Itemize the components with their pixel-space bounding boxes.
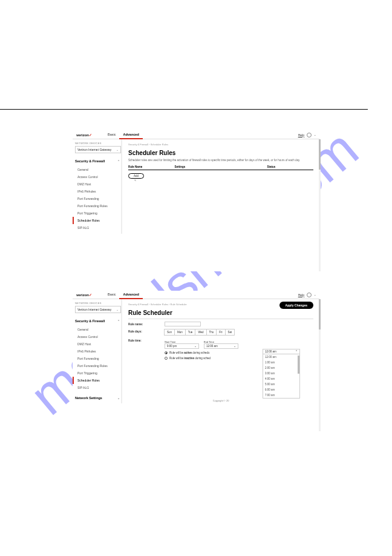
sidebar-device-label: NETWORK DEVICES [75, 142, 121, 145]
tab-advanced[interactable]: Advanced [119, 291, 142, 299]
chevron-down-icon: ⌄ [116, 148, 119, 151]
scrollbar-thumb[interactable] [319, 139, 321, 170]
sidebar: NETWORK DEVICES Verizon Internet Gateway… [73, 299, 122, 403]
topbar-right: Help ⌄ [298, 133, 316, 137]
sidebar-item-scheduler-rules[interactable]: Scheduler Rules [73, 377, 121, 384]
th-rule-name: Rule Name [128, 165, 175, 168]
page-desc: Scheduler rules are used for limiting th… [128, 159, 313, 162]
radio-icon [165, 357, 168, 360]
day-fri[interactable]: Fri [216, 329, 225, 336]
sidebar-item-sip-alg[interactable]: SIP ALG [75, 224, 121, 231]
sidebar-section-network[interactable]: Network Settings⌄ [75, 395, 121, 401]
dropdown-scrollbar[interactable] [298, 356, 299, 374]
sidebar-item-port-forwarding[interactable]: Port Forwarding [75, 195, 121, 202]
day-mon[interactable]: Mon [174, 329, 186, 336]
sidebar-item-port-triggering[interactable]: Port Triggering [75, 210, 121, 217]
scrollbar[interactable] [319, 299, 321, 431]
radio-inactive-label: Rule will be inactive during sched [169, 357, 211, 360]
sidebar-item-port-forwarding[interactable]: Port Forwarding [75, 355, 121, 362]
logo: verizon✓ [76, 133, 92, 137]
topbar: verizon✓ Basic Advanced Help ⌄ [73, 131, 319, 139]
apply-changes-button[interactable]: Apply Changes [279, 302, 313, 309]
label-rule-time: Rule time: [128, 338, 165, 342]
dropdown-option[interactable]: 4:00 am [263, 376, 299, 382]
sidebar-item-general[interactable]: General [75, 326, 121, 333]
dropdown-option[interactable]: 2:00 am [263, 365, 299, 371]
day-thu[interactable]: Thu [206, 329, 217, 336]
device-select[interactable]: Verizon Internet Gateway ⌄ [75, 306, 121, 313]
page: manualshive.com verizon✓ Basic Advanced … [0, 0, 392, 556]
sidebar: NETWORK DEVICES Verizon Internet Gateway… [73, 139, 122, 234]
sidebar-item-port-triggering[interactable]: Port Triggering [75, 369, 121, 377]
day-sun[interactable]: Sun [164, 329, 175, 336]
dropdown-option[interactable]: 5:00 am [263, 382, 299, 387]
tab-basic[interactable]: Basic [104, 291, 119, 299]
page-title: Rule Scheduler [128, 309, 313, 316]
screenshot-1: verizon✓ Basic Advanced Help ⌄ NETWORK D… [73, 131, 319, 271]
end-time-select[interactable]: 12:00 am⌄ [204, 343, 238, 349]
sidebar-item-dmz-host[interactable]: DMZ Host [75, 180, 121, 188]
day-tue[interactable]: Tue [185, 329, 196, 336]
sidebar-item-ipv6-pinholes[interactable]: IPv6 Pinholes [75, 188, 121, 195]
end-time-dropdown[interactable]: 12:00 am⌃ 12:00 am 1:00 am 2:00 am 3:00 … [263, 349, 300, 399]
scrollbar-thumb[interactable] [319, 299, 321, 329]
sidebar-items: General Access Control DMZ Host IPv6 Pin… [75, 326, 121, 391]
day-selector: Sun Mon Tue Wed Thu Fri Sat [165, 329, 313, 336]
sidebar-item-access-control[interactable]: Access Control [75, 173, 121, 180]
dropdown-option[interactable]: 7:00 am [263, 392, 299, 398]
label-rule-name: Rule name: [128, 322, 165, 326]
sidebar-item-scheduler-rules[interactable]: Scheduler Rules [73, 217, 121, 224]
tabs: Basic Advanced [104, 291, 143, 299]
sidebar-items: General Access Control DMZ Host IPv6 Pin… [75, 166, 121, 231]
th-settings: Settings [175, 165, 267, 168]
dropdown-option[interactable]: 3:00 am [263, 371, 299, 376]
sidebar-section-security[interactable]: Security & Firewall⌃ [75, 318, 121, 324]
scrollbar[interactable] [319, 139, 321, 271]
chevron-up-icon: ⌃ [117, 319, 120, 323]
row-rule-days: Rule days: Sun Mon Tue Wed Thu Fri Sat [128, 329, 313, 336]
topbar-right: Help ⌄ [298, 293, 316, 297]
sidebar-item-access-control[interactable]: Access Control [75, 333, 121, 340]
sidebar-item-ipv6-pinholes[interactable]: IPv6 Pinholes [75, 348, 121, 355]
table-header: Rule Name Settings Status [128, 165, 313, 170]
body: NETWORK DEVICES Verizon Internet Gateway… [73, 299, 319, 403]
day-wed[interactable]: Wed [195, 329, 206, 336]
sidebar-item-general[interactable]: General [75, 166, 121, 173]
add-button[interactable]: Add [128, 173, 144, 179]
dropdown-option[interactable]: 12:00 am [263, 354, 299, 360]
dropdown-option[interactable]: 6:00 am [263, 387, 299, 392]
help-link[interactable]: Help [298, 293, 304, 297]
chevron-down-icon: ⌄ [194, 345, 197, 348]
breadcrumb: Security & Firewall › Scheduler Rules [128, 143, 313, 146]
rule-name-input[interactable] [165, 322, 201, 326]
body: NETWORK DEVICES Verizon Internet Gateway… [73, 139, 319, 234]
help-link[interactable]: Help [298, 133, 304, 137]
radio-icon [165, 351, 168, 354]
sidebar-item-port-forwarding-rules[interactable]: Port Forwarding Rules [75, 362, 121, 369]
sidebar-item-dmz-host[interactable]: DMZ Host [75, 340, 121, 348]
gear-icon[interactable] [307, 133, 312, 137]
device-select[interactable]: Verizon Internet Gateway ⌄ [75, 146, 121, 153]
chevron-down-icon: ⌄ [117, 396, 120, 400]
tab-basic[interactable]: Basic [104, 131, 119, 139]
gear-icon[interactable] [307, 293, 312, 297]
chevron-up-icon: ⌃ [295, 350, 298, 353]
start-time-select[interactable]: 9:00 pm⌄ [165, 343, 199, 349]
tab-advanced[interactable]: Advanced [119, 131, 142, 139]
chevron-down-icon: ⌄ [116, 308, 119, 311]
cursor-icon: ↖ [134, 179, 313, 182]
logo-check-icon: ✓ [89, 133, 92, 137]
chevron-down-icon[interactable]: ⌄ [314, 133, 316, 136]
topbar: verizon✓ Basic Advanced Help ⌄ [73, 291, 319, 299]
logo: verizon✓ [76, 293, 92, 297]
logo-check-icon: ✓ [89, 293, 92, 297]
sidebar-item-sip-alg[interactable]: SIP ALG [75, 384, 121, 391]
chevron-down-icon[interactable]: ⌄ [314, 293, 316, 296]
sidebar-section-security[interactable]: Security & Firewall⌃ [75, 158, 121, 164]
device-select-value: Verizon Internet Gateway [77, 148, 111, 151]
day-sat[interactable]: Sat [225, 329, 235, 336]
chevron-down-icon: ⌄ [234, 345, 236, 348]
dropdown-option[interactable]: 1:00 am [263, 360, 299, 365]
content: Security & Firewall › Scheduler Rules Sc… [122, 139, 319, 234]
sidebar-item-port-forwarding-rules[interactable]: Port Forwarding Rules [75, 202, 121, 210]
